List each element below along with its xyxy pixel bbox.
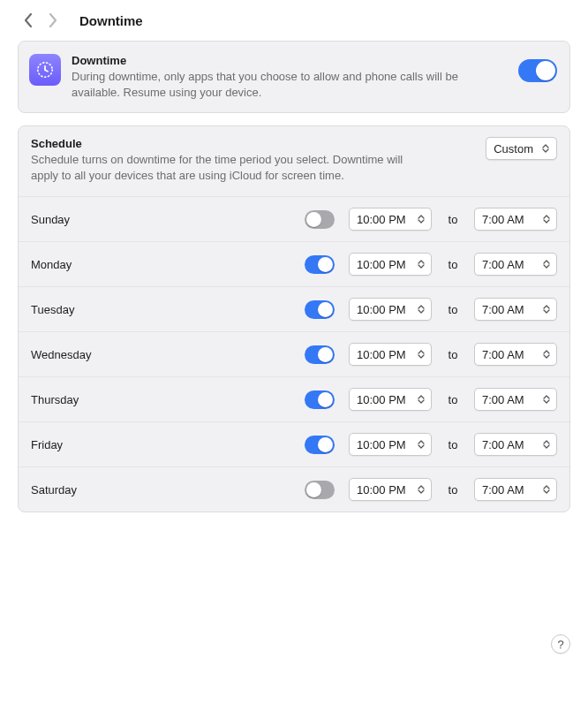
from-time-value: 10:00 PM <box>357 393 406 406</box>
day-label: Wednesday <box>31 348 296 361</box>
day-label: Tuesday <box>31 303 296 316</box>
to-label: to <box>441 438 465 451</box>
to-label: to <box>441 393 465 406</box>
from-time-value: 10:00 PM <box>357 483 406 497</box>
day-row-monday: Monday10:00 PMto7:00 AM <box>19 242 569 287</box>
day-row-friday: Friday10:00 PMto7:00 AM <box>19 422 569 467</box>
chevron-updown-icon <box>414 346 428 362</box>
from-time-thursday[interactable]: 10:00 PM <box>349 388 432 411</box>
day-label: Friday <box>31 438 296 451</box>
help-button[interactable]: ? <box>551 634 570 654</box>
chevron-updown-icon <box>414 256 428 272</box>
from-time-saturday[interactable]: 10:00 PM <box>349 478 432 501</box>
day-label: Thursday <box>31 393 296 406</box>
day-toggle-tuesday[interactable] <box>305 300 335 319</box>
day-label: Monday <box>31 258 296 271</box>
from-time-value: 10:00 PM <box>357 258 406 271</box>
day-row-wednesday: Wednesday10:00 PMto7:00 AM <box>19 332 569 377</box>
chevron-updown-icon <box>539 301 554 317</box>
downtime-master-toggle[interactable] <box>518 59 557 82</box>
chevron-updown-icon <box>414 211 428 227</box>
day-row-saturday: Saturday10:00 PMto7:00 AM <box>19 467 569 512</box>
schedule-mode-select[interactable]: Custom <box>486 137 557 160</box>
day-toggle-monday[interactable] <box>305 255 335 274</box>
from-time-sunday[interactable]: 10:00 PM <box>349 208 432 231</box>
forward-button <box>49 12 58 28</box>
day-toggle-thursday[interactable] <box>305 390 335 409</box>
from-time-value: 10:00 PM <box>357 438 406 451</box>
chevron-updown-icon <box>539 391 554 407</box>
to-time-thursday[interactable]: 7:00 AM <box>474 388 557 411</box>
chevron-updown-icon <box>539 436 554 452</box>
day-toggle-wednesday[interactable] <box>305 345 335 364</box>
to-label: to <box>441 303 465 316</box>
chevron-updown-icon <box>539 346 554 362</box>
to-time-friday[interactable]: 7:00 AM <box>474 433 557 456</box>
to-time-value: 7:00 AM <box>482 348 524 361</box>
to-time-value: 7:00 AM <box>482 303 524 316</box>
day-toggle-saturday[interactable] <box>305 481 335 499</box>
from-time-value: 10:00 PM <box>357 348 406 361</box>
help-icon: ? <box>557 638 563 651</box>
to-time-saturday[interactable]: 7:00 AM <box>474 478 557 501</box>
back-button[interactable] <box>23 12 33 28</box>
day-toggle-sunday[interactable] <box>305 210 335 229</box>
chevron-updown-icon <box>539 481 554 497</box>
to-time-monday[interactable]: 7:00 AM <box>474 253 557 276</box>
to-time-value: 7:00 AM <box>482 258 524 271</box>
to-time-value: 7:00 AM <box>482 483 524 497</box>
from-time-wednesday[interactable]: 10:00 PM <box>349 343 432 366</box>
to-time-sunday[interactable]: 7:00 AM <box>474 208 557 231</box>
day-label: Saturday <box>31 483 296 497</box>
schedule-mode-label: Custom <box>494 142 533 155</box>
to-time-value: 7:00 AM <box>482 438 524 451</box>
schedule-title: Schedule <box>31 137 477 150</box>
to-time-value: 7:00 AM <box>482 213 524 226</box>
chevron-updown-icon <box>539 211 554 227</box>
to-label: to <box>441 348 465 361</box>
day-label: Sunday <box>31 213 296 226</box>
day-row-sunday: Sunday10:00 PMto7:00 AM <box>19 197 569 242</box>
day-row-thursday: Thursday10:00 PMto7:00 AM <box>19 377 569 422</box>
chevron-updown-icon <box>414 481 428 497</box>
feature-title: Downtime <box>72 54 508 67</box>
downtime-icon <box>29 54 61 86</box>
to-time-value: 7:00 AM <box>482 393 524 406</box>
to-label: to <box>441 213 465 226</box>
to-label: to <box>441 258 465 271</box>
day-row-tuesday: Tuesday10:00 PMto7:00 AM <box>19 287 569 332</box>
from-time-value: 10:00 PM <box>357 213 406 226</box>
day-toggle-friday[interactable] <box>305 436 335 454</box>
chevron-updown-icon <box>539 140 553 156</box>
chevron-updown-icon <box>414 301 428 317</box>
from-time-monday[interactable]: 10:00 PM <box>349 253 432 276</box>
chevron-updown-icon <box>414 436 428 452</box>
schedule-description: Schedule turns on downtime for the time … <box>31 152 411 184</box>
chevron-updown-icon <box>539 256 554 272</box>
page-title: Downtime <box>79 13 143 28</box>
chevron-updown-icon <box>414 391 428 407</box>
from-time-tuesday[interactable]: 10:00 PM <box>349 298 432 321</box>
from-time-friday[interactable]: 10:00 PM <box>349 433 432 456</box>
feature-description: During downtime, only apps that you choo… <box>72 69 508 100</box>
to-time-wednesday[interactable]: 7:00 AM <box>474 343 557 366</box>
from-time-value: 10:00 PM <box>357 303 406 316</box>
to-label: to <box>441 483 465 497</box>
to-time-tuesday[interactable]: 7:00 AM <box>474 298 557 321</box>
